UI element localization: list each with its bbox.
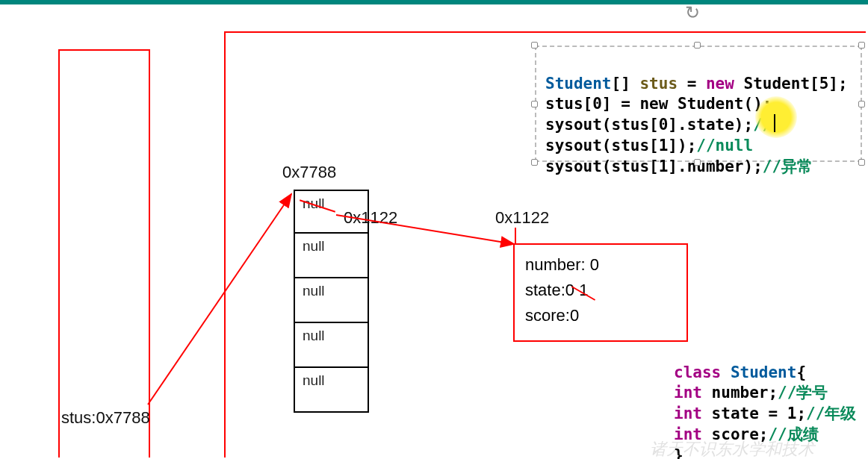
selection-handle-icon <box>858 159 865 166</box>
object-field-state: state:0 1 <box>525 278 676 303</box>
stack-area-box <box>58 49 150 458</box>
object-box: number: 0 state:0 1 score:0 <box>513 243 688 342</box>
highlight-cursor-icon <box>755 96 797 138</box>
text-cursor-icon <box>774 114 775 132</box>
selection-handle-icon <box>531 101 538 107</box>
object-field-number: number: 0 <box>525 252 676 278</box>
cell0-new-address: 0x1122 <box>344 208 397 228</box>
refresh-icon: ↻ <box>685 2 700 23</box>
array-cell-3: null <box>294 322 369 368</box>
object-address-label: 0x1122 <box>495 208 549 228</box>
selection-handle-icon <box>694 42 701 49</box>
stack-var-label: stus:0x7788 <box>61 408 150 428</box>
object-field-score: score:0 <box>525 303 676 328</box>
array-cell-1: null <box>294 232 369 278</box>
code-snippet-top[interactable]: Student[] stus = new Student[5]; stus[0]… <box>535 46 862 162</box>
watermark-text: 诸天不识东水学和技术 <box>650 438 814 459</box>
selection-handle-icon <box>694 159 701 166</box>
selection-handle-icon <box>858 101 865 107</box>
array-cell-2: null <box>294 277 369 323</box>
array-cell-4: null <box>294 366 369 413</box>
array-address-label: 0x7788 <box>282 163 336 182</box>
selection-handle-icon <box>531 159 538 166</box>
selection-handle-icon <box>531 42 538 49</box>
selection-handle-icon <box>858 42 865 49</box>
top-accent-bar <box>0 0 868 4</box>
